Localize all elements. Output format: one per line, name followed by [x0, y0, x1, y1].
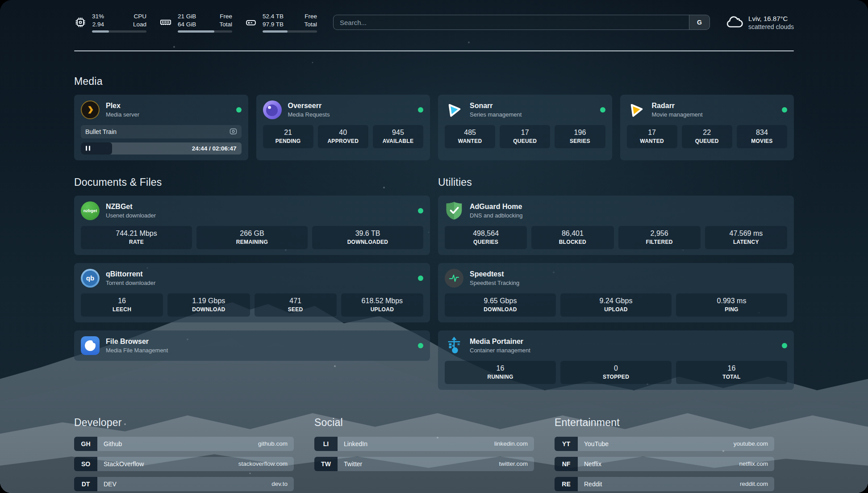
stat-download: 1.19 GbpsDOWNLOAD: [167, 293, 250, 317]
stat-approved: 40APPROVED: [318, 125, 368, 148]
cpu-load-value: 2.94: [92, 21, 104, 29]
bookmark-youtube[interactable]: YT YouTube youtube.com: [555, 437, 774, 451]
resource-widgets: 31% 2.94 CPU Load: [74, 13, 317, 33]
memory-icon: [159, 16, 172, 29]
service-name: Radarr: [652, 102, 703, 110]
service-name: NZBGet: [106, 203, 156, 211]
disk-free-value: 52.4 TB: [263, 13, 284, 21]
stat-upload: 9.24 GbpsUPLOAD: [560, 293, 672, 317]
service-name: Plex: [106, 102, 139, 110]
now-playing-row: Bullet Train: [81, 125, 242, 138]
service-card-radarr[interactable]: Radarr Movie management 17WANTED 22QUEUE…: [620, 95, 794, 160]
service-name: qBittorrent: [106, 270, 155, 278]
section-title-documents: Documents & Files: [74, 176, 430, 188]
stat-latency: 47.569 msLATENCY: [705, 226, 787, 249]
stat-queued: 17QUEUED: [500, 125, 550, 148]
cloud-icon: [725, 15, 743, 30]
search-provider-button[interactable]: G: [689, 15, 709, 29]
cpu-icon: [74, 16, 87, 29]
stat-ping: 0.993 msPING: [676, 293, 787, 317]
bookmark-group-developer: Developer GH Github github.com SO StackO…: [74, 417, 294, 493]
stat-available: 945AVAILABLE: [373, 125, 423, 148]
bookmark-stackoverflow[interactable]: SO StackOverflow stackoverflow.com: [74, 457, 294, 471]
memory-free-label: Free: [219, 13, 232, 21]
service-card-portainer[interactable]: Media Portainer Container management 16R…: [438, 330, 794, 390]
nzbget-icon: nzbget: [81, 201, 100, 220]
service-subtitle: Media server: [106, 111, 139, 118]
cpu-usage-bar: [92, 30, 146, 33]
service-name: Media Portainer: [470, 338, 530, 346]
service-card-overseerr[interactable]: Overseerr Media Requests 21PENDING 40APP…: [256, 95, 430, 160]
radarr-icon: [627, 100, 646, 119]
service-card-sonarr[interactable]: Sonarr Series management 485WANTED 17QUE…: [438, 95, 612, 160]
disk-free-label: Free: [304, 13, 317, 21]
stat-series: 196SERIES: [555, 125, 605, 148]
service-subtitle: Media File Management: [106, 347, 168, 354]
search-bar[interactable]: G: [333, 15, 710, 30]
bookmark-group-entertainment: Entertainment YT YouTube youtube.com NF …: [555, 417, 774, 493]
section-title-media: Media: [74, 75, 794, 88]
weather-location-temp: Lviv, 16.87°C: [748, 15, 794, 22]
service-card-plex[interactable]: Plex Media server Bullet Train: [74, 95, 248, 160]
bookmark-twitter[interactable]: TW Twitter twitter.com: [314, 457, 534, 471]
stat-remaining: 266 GBREMAINING: [196, 226, 308, 249]
service-card-adguard[interactable]: AdGuard Home DNS and adblocking 498,564Q…: [438, 196, 794, 255]
section-title-utilities: Utilities: [438, 176, 794, 188]
search-input[interactable]: [334, 15, 689, 29]
section-title-entertainment: Entertainment: [555, 417, 774, 429]
service-subtitle: Torrent downloader: [106, 280, 155, 286]
status-online-dot: [418, 343, 423, 348]
bookmark-github[interactable]: GH Github github.com: [74, 437, 294, 451]
cast-icon: [230, 128, 237, 135]
adguard-icon: [445, 201, 463, 220]
bookmark-linkedin[interactable]: LI LinkedIn linkedin.com: [314, 437, 534, 451]
playback-time: 24:44 / 02:06:47: [192, 145, 237, 152]
service-subtitle: Media Requests: [288, 111, 330, 118]
cpu-usage-value: 31%: [92, 13, 104, 21]
stat-stopped: 0STOPPED: [560, 361, 672, 384]
status-online-dot: [418, 107, 423, 113]
pause-icon[interactable]: [86, 146, 90, 151]
stat-downloaded: 39.6 TBDOWNLOADED: [312, 226, 423, 249]
cpu-widget: 31% 2.94 CPU Load: [74, 13, 146, 33]
stat-queries: 498,564QUERIES: [445, 226, 527, 249]
cpu-label: CPU: [133, 13, 146, 21]
qbittorrent-icon: qb: [81, 269, 100, 288]
disk-total-label: Total: [304, 21, 317, 29]
bookmarks: Developer GH Github github.com SO StackO…: [74, 417, 774, 493]
status-online-dot: [600, 107, 605, 113]
bookmark-dev[interactable]: DT DEV dev.to: [74, 477, 294, 491]
playback-progress-bar: 24:44 / 02:06:47: [81, 142, 242, 155]
disk-usage-bar: [263, 30, 317, 33]
speedtest-icon: [445, 269, 463, 288]
stat-leech: 16LEECH: [81, 293, 163, 317]
bookmark-reddit[interactable]: RE Reddit reddit.com: [555, 477, 774, 491]
section-title-developer: Developer: [74, 417, 294, 429]
now-playing-title: Bullet Train: [85, 128, 117, 135]
portainer-icon: [445, 336, 463, 355]
service-card-speedtest[interactable]: Speedtest Speedtest Tracking 9.65 GbpsDO…: [438, 263, 794, 322]
stat-seed: 471SEED: [255, 293, 337, 317]
service-card-filebrowser[interactable]: File Browser Media File Management: [74, 330, 430, 361]
memory-free-value: 21 GiB: [178, 13, 196, 21]
bookmark-group-social: Social LI LinkedIn linkedin.com TW Twitt…: [314, 417, 534, 493]
service-card-nzbget[interactable]: nzbget NZBGet Usenet downloader 744.21 M…: [74, 196, 430, 255]
status-online-dot: [418, 276, 423, 281]
status-online-dot: [782, 343, 787, 348]
service-card-qbittorrent[interactable]: qb qBittorrent Torrent downloader 16LEEC…: [74, 263, 430, 322]
stat-running: 16RUNNING: [445, 361, 556, 384]
status-online-dot: [418, 208, 423, 213]
weather-condition: scattered clouds: [748, 23, 794, 30]
service-subtitle: DNS and adblocking: [470, 212, 523, 219]
dashboard-screen: 31% 2.94 CPU Load: [0, 0, 868, 493]
media-cards: Plex Media server Bullet Train: [74, 95, 794, 160]
disk-icon: [245, 16, 257, 29]
bookmark-netflix[interactable]: NF Netflix netflix.com: [555, 457, 774, 471]
stat-total: 16TOTAL: [676, 361, 787, 384]
status-online-dot: [236, 107, 242, 113]
stat-rate: 744.21 MbpsRATE: [81, 226, 192, 249]
service-subtitle: Container management: [470, 347, 530, 354]
memory-widget: 21 GiB 64 GiB Free Total: [159, 13, 232, 33]
filebrowser-icon: [81, 336, 100, 355]
stat-queued: 22QUEUED: [682, 125, 732, 148]
